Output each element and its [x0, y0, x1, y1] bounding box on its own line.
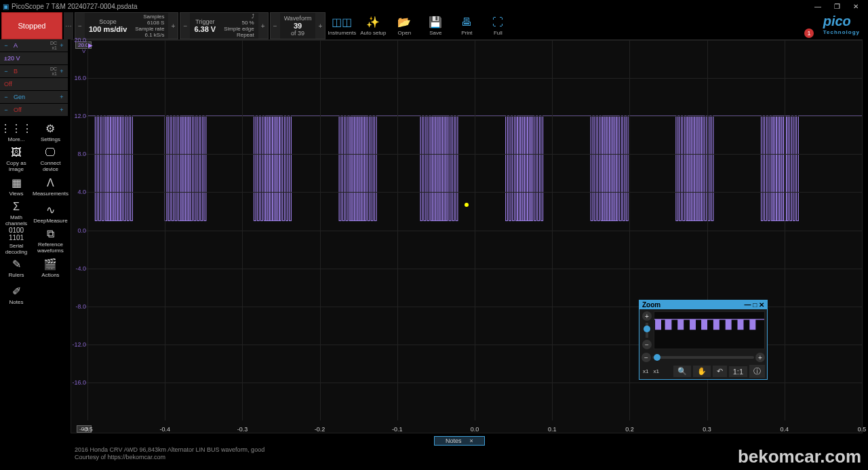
top-toolbar: Stopped ⋯ − Scope 100 ms/div Samples6108…	[0, 12, 868, 39]
ch-a-plus[interactable]: +	[57, 42, 66, 49]
y-axis-unit: V	[82, 48, 85, 54]
zoom-v-slider[interactable]	[644, 326, 650, 332]
serial-decoding-button[interactable]: 01001101Serial decoding	[0, 227, 33, 254]
zoom-v-minus[interactable]: −	[642, 340, 652, 349]
run-stop-button[interactable]: Stopped	[1, 12, 62, 39]
ch-b-plus[interactable]: +	[57, 68, 66, 75]
notes-close-icon[interactable]: ×	[470, 437, 473, 444]
zoom-info-button[interactable]: ⓘ	[749, 365, 765, 378]
save-button[interactable]: 💾Save	[420, 12, 450, 39]
watermark: bekomcar.com	[738, 446, 861, 467]
zoom-undo-button[interactable]: ↶	[713, 366, 727, 377]
timebase-decrease[interactable]: −	[75, 13, 85, 39]
gen-off-plus[interactable]: +	[57, 106, 66, 113]
zoom-panel[interactable]: Zoom — □ ✕ + − − + x1 x1 🔍 ✋ ↶ 1:1 ⓘ	[639, 300, 768, 380]
zoom-h-slider[interactable]	[654, 354, 660, 361]
open-button[interactable]: 📂Open	[389, 12, 419, 39]
scope-panel: − Scope 100 ms/div Samples6108 S Sample …	[75, 12, 178, 39]
zoom-v-plus[interactable]: +	[642, 311, 652, 321]
scope-info: Samples6108 S Sample rate6.1 kS/s	[131, 13, 168, 39]
fullscreen-button[interactable]: ⛶Full	[483, 12, 513, 39]
minimize-button[interactable]: —	[808, 3, 827, 10]
channel-a-range[interactable]: ±20 V	[0, 52, 68, 64]
zoom-pan-button[interactable]: ✋	[693, 366, 711, 377]
app-icon: ▣	[3, 3, 9, 10]
zoom-close-icon[interactable]: ✕	[759, 301, 764, 309]
notes-button[interactable]: ✐Notes	[0, 281, 33, 309]
zoom-h-minus[interactable]: −	[642, 353, 651, 362]
gen-row[interactable]: − Gen +	[0, 91, 68, 103]
notification-badge[interactable]: 1	[804, 28, 814, 38]
trigger-display[interactable]: Trigger 6.38 V	[190, 13, 220, 39]
zoom-minimize-icon[interactable]: —	[744, 301, 751, 309]
gen-minus[interactable]: −	[1, 94, 11, 100]
waveform-panel: − Waveform 39 of 39 +	[270, 12, 326, 39]
more-button[interactable]: ⋮⋮⋮More...	[0, 119, 33, 146]
trigger-info: ⤴50 % Simple edgeRepeat	[220, 13, 258, 39]
trigger-panel: − Trigger 6.38 V ⤴50 % Simple edgeRepeat…	[180, 12, 268, 39]
reference-waveforms-button[interactable]: ⧉Reference waveforms	[33, 227, 68, 254]
gen-plus[interactable]: +	[57, 94, 66, 100]
zoom-h-plus[interactable]: +	[755, 353, 765, 362]
ch-a-minus[interactable]: −	[1, 42, 11, 49]
channel-b-row[interactable]: − B DCx1 +	[0, 65, 68, 77]
instruments-button[interactable]: ◫◫Instruments	[327, 12, 357, 39]
title-text: PicoScope 7 T&M 20240727-0004.psdata	[12, 3, 138, 10]
zoom-h-slider-track[interactable]	[652, 356, 754, 359]
waveform-next[interactable]: +	[315, 13, 325, 39]
rulers-button[interactable]: ✎Rulers	[0, 254, 33, 281]
gen-off[interactable]: − Off +	[0, 104, 68, 116]
channel-b-range[interactable]: Off	[0, 78, 68, 90]
scope-display[interactable]: Scope 100 ms/div	[85, 13, 131, 39]
titlebar: ▣ PicoScope 7 T&M 20240727-0004.psdata —…	[0, 0, 868, 12]
pico-logo: picoTechnology	[823, 14, 860, 35]
zoom-search-button[interactable]: 🔍	[673, 366, 691, 377]
notes-tab[interactable]: Notes ×	[434, 436, 485, 446]
actions-button[interactable]: 🎬Actions	[33, 254, 68, 281]
trigger-decrease[interactable]: −	[180, 13, 190, 39]
connect-device-button[interactable]: 🖵Connect device	[33, 146, 68, 173]
copy-as-image-button[interactable]: 🖼Copy as image	[0, 146, 33, 173]
deep-measure-button[interactable]: ∿DeepMeasure	[33, 200, 68, 227]
channel-a-row[interactable]: − A DCx1 +	[0, 39, 68, 52]
settings-button[interactable]: ⚙Settings	[33, 119, 68, 146]
trigger-increase[interactable]: +	[258, 13, 268, 39]
views-button[interactable]: ▦Views	[0, 173, 33, 200]
timebase-increase[interactable]: +	[168, 13, 178, 39]
notes-content: 2016 Honda CRV AWD 96,843km Alternator L…	[75, 446, 264, 462]
trigger-marker[interactable]	[465, 203, 469, 207]
gen-off-minus[interactable]: −	[1, 106, 11, 113]
measurements-button[interactable]: ΛMeasurements	[33, 173, 68, 200]
auto-setup-button[interactable]: ✨Auto setup	[358, 12, 388, 39]
math-channels-button[interactable]: ΣMath channels	[0, 200, 33, 227]
zoom-header[interactable]: Zoom — □ ✕	[639, 300, 767, 309]
maximize-button[interactable]: ❐	[827, 3, 846, 10]
zoom-maximize-icon[interactable]: □	[753, 301, 757, 309]
zoom-preview[interactable]	[654, 311, 765, 349]
waveform-prev[interactable]: −	[271, 13, 280, 39]
close-window-button[interactable]: ✕	[846, 3, 865, 10]
ch-b-minus[interactable]: −	[1, 68, 11, 75]
sidebar: − A DCx1 + ±20 V − B DCx1 + Off − Gen + …	[0, 39, 68, 309]
waveform-display[interactable]: Waveform 39 of 39	[280, 13, 316, 39]
run-stop-menu[interactable]: ⋯	[64, 12, 73, 39]
print-button[interactable]: 🖶Print	[452, 12, 481, 39]
zoom-1to1-button[interactable]: 1:1	[729, 366, 747, 377]
